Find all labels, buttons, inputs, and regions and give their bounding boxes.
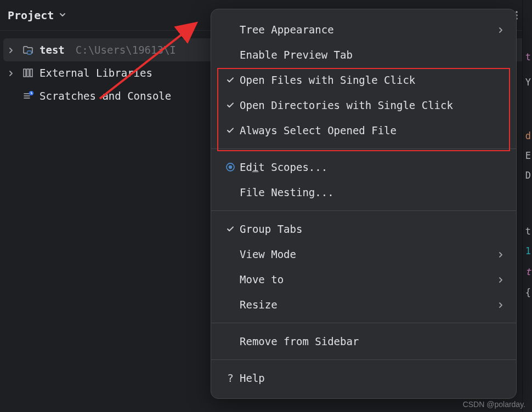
submenu-arrow-icon [497, 24, 504, 36]
folder-icon [22, 44, 34, 56]
menu-move-to[interactable]: Move to [211, 267, 516, 292]
tree-node-label: test [39, 44, 65, 56]
svg-rect-4 [24, 69, 26, 77]
menu-label: Edit Scopes... [240, 161, 504, 173]
tree-node-label: Scratches and Console [39, 90, 171, 102]
tree-node-label: External Libraries [39, 67, 152, 79]
menu-separator [211, 210, 516, 211]
menu-group-tabs[interactable]: Group Tabs [211, 216, 516, 242]
menu-separator [211, 359, 516, 360]
menu-open-files-single-click[interactable]: Open Files with Single Click [211, 67, 516, 93]
options-popup-menu: Tree Appearance Enable Preview Tab Open … [211, 9, 517, 399]
menu-edit-scopes[interactable]: Edit Scopes... [211, 154, 516, 180]
submenu-arrow-icon [497, 299, 504, 311]
panel-title-label: Project [8, 9, 54, 22]
watermark: CSDN @polarday. [463, 400, 525, 409]
menu-view-mode[interactable]: View Mode [211, 242, 516, 267]
svg-rect-5 [27, 69, 29, 77]
submenu-arrow-icon [497, 248, 504, 260]
menu-help[interactable]: ? Help [211, 365, 516, 391]
library-icon [22, 67, 34, 79]
menu-separator [211, 323, 516, 323]
svg-rect-3 [27, 51, 31, 54]
checkmark-icon [221, 101, 240, 110]
checkmark-icon [221, 225, 240, 233]
project-panel-title[interactable]: Project [8, 9, 67, 22]
chevron-right-icon[interactable] [8, 67, 16, 79]
submenu-arrow-icon [497, 273, 504, 285]
help-icon: ? [221, 371, 240, 385]
menu-open-directories-single-click[interactable]: Open Directories with Single Click [211, 93, 516, 118]
chevron-down-icon [58, 9, 67, 22]
checkmark-icon [221, 76, 240, 84]
menu-resize[interactable]: Resize [211, 292, 516, 317]
chevron-right-icon[interactable] [8, 44, 16, 56]
menu-separator [211, 148, 516, 149]
menu-remove-from-sidebar[interactable]: Remove from Sidebar [211, 329, 516, 354]
checkmark-icon [221, 126, 240, 135]
tree-node-path: C:\Users\19613\I [76, 44, 176, 56]
menu-tree-appearance[interactable]: Tree Appearance [211, 17, 516, 42]
menu-file-nesting[interactable]: File Nesting... [211, 180, 516, 205]
menu-always-select-opened-file[interactable]: Always Select Opened File [211, 118, 516, 143]
menu-enable-preview-tab[interactable]: Enable Preview Tab [211, 42, 516, 67]
scratches-icon [22, 90, 34, 102]
editor-sliver: t Y d E D t 1 t { [522, 0, 532, 412]
svg-point-9 [229, 165, 232, 169]
svg-point-0 [516, 11, 517, 13]
svg-rect-6 [30, 69, 32, 77]
radio-selected-icon [221, 162, 240, 172]
